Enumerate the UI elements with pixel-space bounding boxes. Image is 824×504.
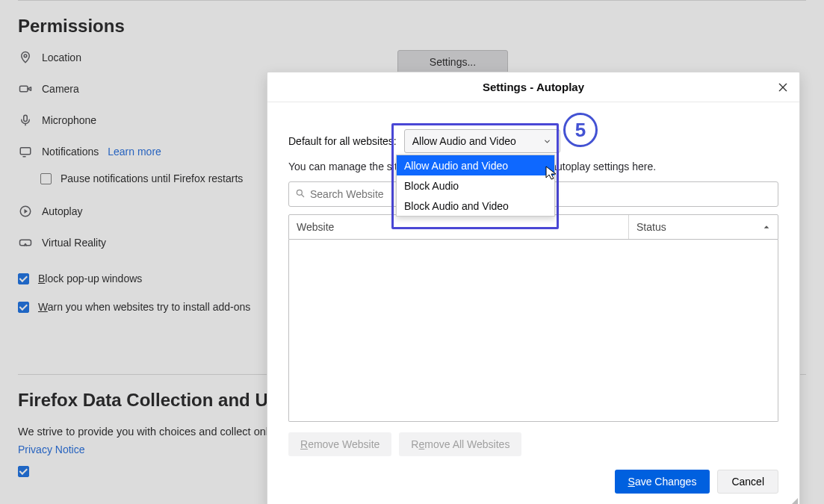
close-icon [777,81,789,93]
resize-grip[interactable] [788,497,799,504]
checkbox-label: Pause notifications until Firefox restar… [61,172,243,184]
location-icon [18,50,33,65]
location-settings-button[interactable]: Settings... [397,50,508,74]
default-select-row: Default for all websites: Allow Audio an… [288,129,778,153]
dropdown-option-allow[interactable]: Allow Audio and Video [397,155,554,175]
checkbox-label: Block pop-up windows [38,273,142,284]
chevron-down-icon [543,137,552,146]
remove-website-button[interactable]: Remove Website [288,432,391,456]
cancel-button[interactable]: Cancel [717,470,778,494]
vr-icon [18,235,33,250]
permission-label: Camera [42,83,79,95]
permission-label: Location [42,52,81,63]
svg-point-6 [297,190,302,195]
column-status-label: Status [636,221,666,233]
website-table-body [288,240,778,422]
camera-icon [18,81,33,96]
permissions-heading: Permissions [18,16,806,37]
microphone-icon [18,113,33,128]
checkbox-allow-send[interactable] [18,466,29,477]
dialog-title: Settings - Autoplay [483,81,584,93]
learn-more-link[interactable]: Learn more [108,146,161,158]
sort-asc-icon [763,223,770,231]
permission-label: Autoplay [42,205,82,217]
checkbox-block-popups[interactable] [18,273,29,284]
dialog-header: Settings - Autoplay [267,72,799,102]
checkbox-pause-notifications[interactable] [40,173,52,184]
column-status[interactable]: Status [629,215,778,239]
close-button[interactable] [772,77,793,98]
divider [18,0,806,1]
dropdown-option-block-audio[interactable]: Block Audio [397,175,554,196]
default-label: Default for all websites: [288,135,397,147]
privacy-notice-link[interactable]: Privacy Notice [18,444,84,455]
svg-rect-3 [20,148,31,155]
checkbox-label: Warn you when websites try to install ad… [38,301,250,313]
search-icon [295,188,306,201]
permission-label: Notifications [42,146,99,158]
dialog-footer: Save Changes Cancel [267,464,799,504]
autoplay-settings-dialog: Settings - Autoplay Default for all webs… [267,72,800,504]
svg-rect-2 [24,115,28,121]
remove-all-websites-button[interactable]: Remove All Websites [399,432,521,456]
notifications-icon [18,144,33,159]
svg-point-0 [24,55,27,57]
svg-rect-1 [20,86,28,92]
permission-label: Microphone [42,114,96,126]
column-website[interactable]: Website [289,215,629,239]
autoplay-dropdown[interactable]: Allow Audio and Video Block Audio Block … [396,155,555,217]
dropdown-option-block-all[interactable]: Block Audio and Video [397,196,554,216]
website-table-header: Website Status [288,214,778,240]
checkbox-warn-addons[interactable] [18,302,29,313]
permission-label: Virtual Reality [42,237,106,249]
save-changes-button[interactable]: Save Changes [615,470,710,494]
autoplay-icon [18,204,33,219]
select-value: Allow Audio and Video [412,135,516,147]
default-autoplay-select[interactable]: Allow Audio and Video [404,129,560,153]
